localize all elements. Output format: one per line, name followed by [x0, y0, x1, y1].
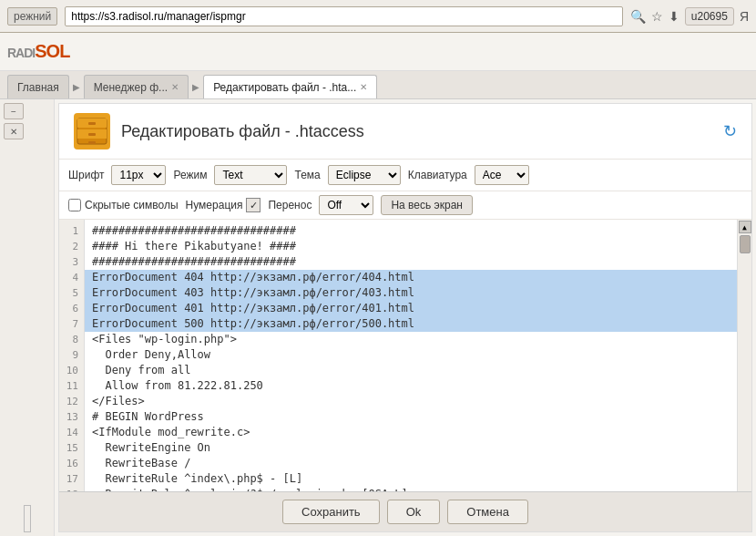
code-line: Order Deny,Allow [85, 347, 737, 363]
code-line: RewriteRule ^index\.php$ - [L] [85, 471, 737, 487]
code-line: </Files> [85, 394, 737, 409]
code-editor: 123456789101112131415161718192021222324 … [59, 220, 751, 491]
main-panel: Редактировать файл - .htaccess ↻ Шрифт 1… [58, 103, 752, 532]
page-icon [74, 113, 110, 149]
page-header: Редактировать файл - .htaccess ↻ [59, 104, 751, 160]
mode-select[interactable]: Text [214, 165, 287, 185]
app: RADISOL Главная ▶ Менеджер ф... ✕ ▶ Реда… [0, 33, 756, 536]
tab-manager[interactable]: Менеджер ф... ✕ [84, 75, 189, 98]
theme-select[interactable]: Eclipse [328, 165, 401, 185]
tab-manager-label: Менеджер ф... [94, 81, 168, 94]
download-icon[interactable]: ⬇ [669, 9, 679, 24]
code-line: ErrorDocument 401 http://экзамл.рф/error… [85, 301, 737, 316]
toolbar-row2: Скрытые символы Нумерация ✓ Перенос Off … [59, 191, 751, 220]
scrollbar-vertical[interactable]: ▲ [737, 220, 751, 491]
tabs-bar: Главная ▶ Менеджер ф... ✕ ▶ Редактироват… [0, 71, 756, 99]
tab-editor-label: Редактировать файл - .hta... [213, 81, 356, 94]
tab-editor[interactable]: Редактировать файл - .hta... ✕ [203, 75, 377, 98]
code-line: ErrorDocument 500 http://экзамл.рф/error… [85, 316, 737, 332]
page-title: Редактировать файл - .htaccess [121, 122, 364, 141]
wrap-select[interactable]: Off [319, 195, 373, 215]
code-area[interactable]: ################################### Hi t… [85, 220, 737, 491]
keyboard-label: Клавиатура [408, 169, 467, 181]
user-badge: u20695 [685, 7, 734, 26]
keyboard-select[interactable]: Ace [475, 165, 529, 185]
browser-icons: 🔍 ☆ ⬇ u20695 Я [630, 7, 749, 26]
resize-handle[interactable] [24, 505, 31, 532]
footer-buttons: Сохранить Ok Отмена [59, 491, 751, 531]
code-lines: ################################### Hi t… [85, 220, 737, 491]
ok-button[interactable]: Ok [387, 500, 441, 524]
search-icon[interactable]: 🔍 [630, 9, 646, 24]
code-line: # BEGIN WordPress [85, 409, 737, 425]
hidden-symbols-label: Скрытые символы [85, 199, 179, 211]
code-line: #### Hi there Pikabutyane! #### [85, 239, 737, 254]
code-line: Deny from all [85, 363, 737, 378]
refresh-button[interactable]: ↻ [723, 121, 737, 141]
browser-bar: режний 🔍 ☆ ⬇ u20695 Я [0, 0, 756, 33]
code-line: ErrorDocument 403 http://экзамл.рф/error… [85, 285, 737, 301]
scroll-thumb[interactable] [740, 235, 751, 253]
hidden-symbols-checkbox[interactable] [68, 199, 81, 211]
tab-editor-close[interactable]: ✕ [360, 82, 367, 92]
yandex-icon[interactable]: Я [740, 9, 749, 24]
toolbar-row1: Шрифт 11px Режим Text Тема Eclipse Клави… [59, 160, 751, 191]
svg-rect-5 [88, 141, 96, 144]
code-line: ############################### [85, 223, 737, 239]
tab-arrow-2: ▶ [190, 82, 201, 92]
code-line: Allow from 81.222.81.250 [85, 378, 737, 394]
tab-arrow-1: ▶ [71, 82, 82, 92]
code-line: RewriteBase / [85, 456, 737, 471]
numbering-checkbox-label[interactable]: Нумерация ✓ [186, 198, 261, 212]
code-line: <Files "wp-login.php"> [85, 332, 737, 347]
svg-rect-4 [88, 133, 96, 136]
hidden-symbols-checkbox-label[interactable]: Скрытые символы [68, 199, 179, 211]
font-select[interactable]: 11px [111, 165, 166, 185]
numbering-check-icon: ✓ [246, 198, 261, 212]
url-bar[interactable] [65, 6, 623, 26]
browser-back-label: режний [7, 7, 57, 26]
bookmark-icon[interactable]: ☆ [651, 9, 663, 24]
scroll-up-button[interactable]: ▲ [739, 221, 751, 233]
ctrl-minus[interactable]: − [4, 103, 24, 119]
numbering-label: Нумерация [186, 199, 243, 211]
svg-rect-3 [88, 122, 96, 125]
font-label: Шрифт [68, 169, 104, 181]
app-logo: RADISOL [7, 41, 69, 62]
content-wrapper: − ✕ Редактирова [0, 99, 756, 536]
mode-label: Режим [173, 169, 207, 181]
tab-home[interactable]: Главная [7, 75, 69, 98]
code-line: <IfModule mod_rewrite.c> [85, 425, 737, 440]
left-controls: − ✕ [0, 99, 55, 536]
save-button[interactable]: Сохранить [282, 500, 380, 524]
tab-manager-close[interactable]: ✕ [171, 82, 179, 92]
tab-home-label: Главная [17, 81, 59, 94]
top-bar: RADISOL [0, 33, 756, 71]
theme-label: Тема [294, 169, 320, 181]
wrap-label: Перенос [268, 199, 312, 211]
fullscreen-button[interactable]: На весь экран [381, 195, 473, 215]
code-line: ############################### [85, 254, 737, 270]
code-line: ErrorDocument 404 http://экзамл.рф/error… [85, 270, 737, 285]
cancel-button[interactable]: Отмена [447, 500, 528, 524]
code-line: RewriteEngine On [85, 440, 737, 456]
line-numbers: 123456789101112131415161718192021222324 [59, 220, 85, 491]
ctrl-cross[interactable]: ✕ [4, 123, 24, 139]
